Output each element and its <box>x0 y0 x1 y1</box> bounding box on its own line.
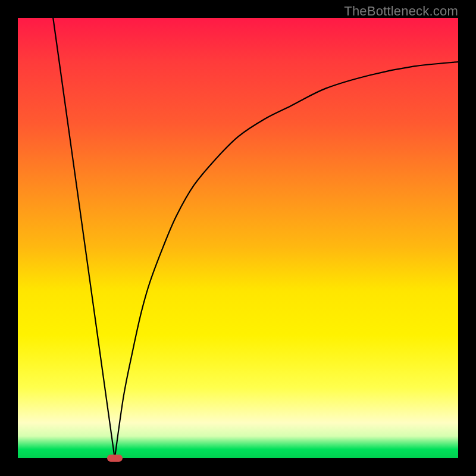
curve-svg <box>18 18 458 458</box>
watermark-text: TheBottleneck.com <box>344 4 458 19</box>
curve-left-branch <box>53 18 115 458</box>
optimal-point-marker <box>107 455 123 462</box>
chart-frame: TheBottleneck.com <box>0 0 476 476</box>
plot-area <box>18 18 458 458</box>
curve-right-branch <box>115 62 458 458</box>
